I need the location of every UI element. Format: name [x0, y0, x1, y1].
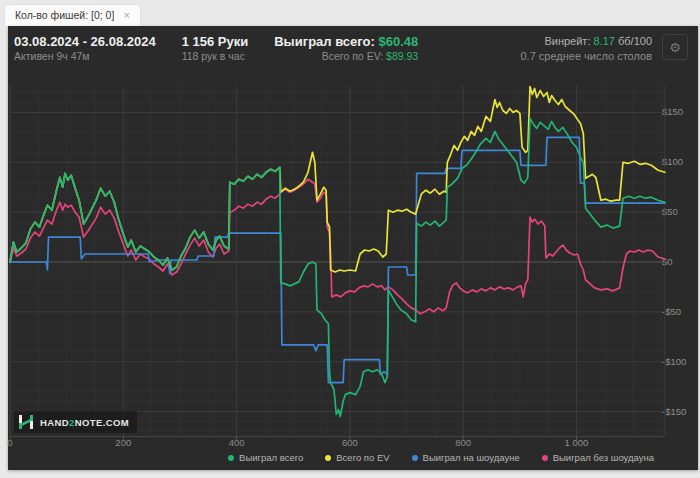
legend-item-0[interactable]: Выиграл всего [228, 452, 303, 463]
stats-header: 03.08.2024 - 26.08.2024 Активен 9ч 47м 1… [8, 26, 698, 75]
hand2note-logo[interactable]: HAND2NOTE.COM [14, 411, 137, 433]
legend-label: Выиграл всего [239, 452, 303, 463]
hands-block: 1 156 Руки 118 рук в час [182, 34, 249, 63]
winnings-block: Выиграл всего: $60.48 Всего по EV: $89.9… [274, 34, 418, 63]
legend-label: Выиграл без шоудауна [553, 452, 654, 463]
stats-panel: 03.08.2024 - 26.08.2024 Активен 9ч 47м 1… [8, 26, 698, 470]
legend-item-2[interactable]: Выиграл на шоудауне [412, 452, 520, 463]
winrate-block: Винрейт: 8.17 бб/100 0.7 среднее число с… [520, 34, 652, 63]
legend-dot-icon [542, 455, 548, 461]
active-time: Активен 9ч 47м [14, 49, 156, 63]
hand2note-logo-icon [18, 414, 34, 430]
legend-dot-icon [228, 455, 234, 461]
hand2note-logo-text: HAND2NOTE.COM [40, 417, 129, 428]
winrate-value: 8.17 [594, 35, 615, 47]
hands-per-hour: 118 рук в час [182, 49, 249, 63]
date-range: 03.08.2024 - 26.08.2024 [14, 34, 156, 49]
won-total-label: Выиграл всего: [274, 34, 375, 49]
tab-bar: Кол-во фишей: [0; 0] × [0, 0, 700, 26]
svg-text:-$150: -$150 [662, 406, 686, 417]
gear-icon[interactable]: ⚙ [662, 34, 688, 60]
legend-label: Выиграл на шоудауне [423, 452, 520, 463]
tab-label: Кол-во фишей: [0; 0] [15, 9, 114, 21]
legend-dot-icon [325, 455, 331, 461]
avg-tables: 0.7 среднее число столов [520, 49, 652, 63]
winrate-unit: бб/100 [618, 35, 652, 47]
ev-total-label: Всего по EV: [322, 50, 383, 62]
legend-dot-icon [412, 455, 418, 461]
svg-text:-$100: -$100 [662, 356, 686, 367]
won-total-line: Выиграл всего: $60.48 [274, 34, 418, 49]
ev-total-line: Всего по EV: $89.93 [274, 49, 418, 63]
ev-total-value: $89.93 [386, 50, 418, 62]
chart-legend: Выиграл всегоВсего по EVВыиграл на шоуда… [228, 452, 654, 463]
legend-label: Всего по EV [336, 452, 389, 463]
svg-text:$0: $0 [662, 256, 673, 267]
winnings-chart: $150$100$50$0-$50-$100-$1500200400600800… [8, 75, 698, 446]
winrate-line: Винрейт: 8.17 бб/100 [520, 34, 652, 49]
won-total-value: $60.48 [378, 34, 418, 49]
close-icon[interactable]: × [123, 11, 129, 20]
legend-item-3[interactable]: Выиграл без шоудауна [542, 452, 654, 463]
tab-chip-count[interactable]: Кол-во фишей: [0; 0] × [5, 5, 140, 26]
legend-item-1[interactable]: Всего по EV [325, 452, 389, 463]
date-range-block: 03.08.2024 - 26.08.2024 Активен 9ч 47м [14, 34, 156, 63]
winrate-label: Винрейт: [544, 35, 590, 47]
hands-total: 1 156 Руки [182, 34, 249, 49]
